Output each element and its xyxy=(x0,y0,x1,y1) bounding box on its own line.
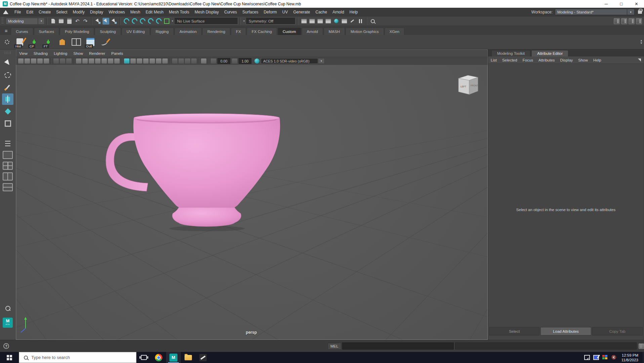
sidebar-tab-attribute-editor[interactable]: Attribute Editor xyxy=(531,50,568,56)
new-scene-icon[interactable] xyxy=(50,18,56,25)
symmetry-dropdown-icon[interactable]: ▾ xyxy=(243,19,245,23)
redo-icon[interactable] xyxy=(82,18,89,25)
use-default-material-icon[interactable] xyxy=(150,58,155,64)
image-plane-icon[interactable] xyxy=(44,58,49,64)
mel-toggle[interactable]: MEL xyxy=(328,343,341,350)
task-view-button[interactable] xyxy=(136,352,151,363)
outliner-pane-layout-button[interactable] xyxy=(3,183,13,191)
menu-surfaces[interactable]: Surfaces xyxy=(240,8,261,16)
rotate-tool-icon[interactable] xyxy=(2,106,13,117)
shelf-item-ft[interactable]: FT xyxy=(42,36,54,48)
shelf-tab-mash[interactable]: MASH xyxy=(324,28,345,35)
toggle-attribute-editor-icon[interactable] xyxy=(614,18,620,24)
shelf-item-outliner[interactable]: Outl xyxy=(84,36,97,48)
shadows-icon[interactable] xyxy=(178,58,184,64)
screen-space-ao-icon[interactable] xyxy=(185,58,190,64)
shelf-item-character[interactable] xyxy=(56,36,69,48)
lock-icon[interactable] xyxy=(638,10,642,14)
shelf-tab-curves[interactable]: Curves xyxy=(11,28,33,35)
shaded-icon[interactable] xyxy=(137,58,142,64)
menu-file[interactable]: File xyxy=(12,8,24,16)
color-management-icon[interactable] xyxy=(254,58,259,64)
film-gate-icon[interactable] xyxy=(82,58,88,64)
xray-icon[interactable] xyxy=(162,58,168,64)
shelf-item-panes[interactable] xyxy=(70,36,83,48)
coffee-cup-model[interactable] xyxy=(106,114,280,231)
maximize-button[interactable]: □ xyxy=(614,0,629,8)
gamma-field[interactable]: 1.00 xyxy=(239,58,251,64)
gamma-icon[interactable] xyxy=(232,58,237,64)
save-scene-icon[interactable] xyxy=(66,18,73,25)
snap-view-plane-icon[interactable] xyxy=(155,18,162,25)
viewport-menu-view[interactable]: View xyxy=(16,51,31,56)
menu-mesh-display[interactable]: Mesh Display xyxy=(192,8,222,16)
shelf-scroll-down-icon[interactable]: ▼ xyxy=(640,42,643,45)
close-button[interactable]: × xyxy=(629,0,644,8)
shelf-tab-motion-graphics[interactable]: Motion Graphics xyxy=(346,28,384,35)
shelf-item-history[interactable]: Hist xyxy=(13,36,26,48)
two-pane-layout-button[interactable] xyxy=(3,172,13,180)
universal-manip-tool[interactable] xyxy=(2,138,13,149)
toolbox-grip[interactable] xyxy=(5,51,11,54)
lighting-all-icon[interactable] xyxy=(172,58,177,64)
pinned-app-button[interactable] xyxy=(196,352,210,363)
shelf-item-cp[interactable]: CP xyxy=(28,36,40,48)
search-input[interactable] xyxy=(31,355,136,360)
select-camera-icon[interactable] xyxy=(18,58,24,64)
viewport-menu-lighting[interactable]: Lighting xyxy=(51,51,70,56)
command-result-field[interactable] xyxy=(455,342,637,350)
layout-search-button[interactable] xyxy=(2,302,13,314)
bookmarks-icon[interactable] xyxy=(37,58,43,64)
resolution-gate-icon[interactable] xyxy=(89,58,94,64)
menu-mode-select[interactable]: Modeling xyxy=(6,18,38,25)
isolate-select-icon[interactable] xyxy=(201,58,206,64)
menu-modify[interactable]: Modify xyxy=(70,8,87,16)
camera-attributes-icon[interactable] xyxy=(31,58,36,64)
wireframe-icon[interactable] xyxy=(130,58,136,64)
menu-cache[interactable]: Cache xyxy=(313,8,330,16)
menu-edit-mesh[interactable]: Edit Mesh xyxy=(143,8,166,16)
shelf-menu-icon[interactable]: ≡ xyxy=(5,28,7,34)
search-icon[interactable] xyxy=(369,18,376,25)
view-transform-dropdown-icon[interactable]: ▾ xyxy=(318,58,325,64)
undo-icon[interactable] xyxy=(74,18,81,25)
shelf-tab-custom[interactable]: Custom xyxy=(278,28,301,35)
snap-curve-icon[interactable] xyxy=(131,18,138,25)
sidebar-tab-modeling-toolkit[interactable]: Modeling Toolkit xyxy=(491,50,530,56)
tray-app-icon[interactable] xyxy=(584,355,590,360)
shelf-tab-animation[interactable]: Animation xyxy=(174,28,202,35)
safe-action-icon[interactable] xyxy=(108,58,113,64)
shelf-tab-poly-modeling[interactable]: Poly Modeling xyxy=(60,28,94,35)
lock-camera-icon[interactable] xyxy=(25,58,30,64)
viewport-canvas[interactable]: LEFT FRONT persp xyxy=(16,65,488,340)
shelf-tab-uv-editing[interactable]: UV Editing xyxy=(122,28,150,35)
menu-generate[interactable]: Generate xyxy=(290,8,313,16)
lasso-tool-icon[interactable] xyxy=(2,69,13,81)
paint-select-tool-icon[interactable] xyxy=(2,81,13,93)
snap-point-icon[interactable] xyxy=(139,18,146,25)
shelf-gear-icon[interactable] xyxy=(5,40,9,44)
symmetry-field[interactable]: Symmetry: Off xyxy=(246,18,295,25)
snap-together-icon[interactable] xyxy=(66,58,72,64)
open-scene-icon[interactable] xyxy=(58,18,65,25)
grid-display-icon[interactable] xyxy=(76,58,81,64)
wireframe-on-shaded-icon[interactable] xyxy=(156,58,161,64)
help-icon[interactable]: ? xyxy=(3,343,9,349)
shelf-tab-surfaces[interactable]: Surfaces xyxy=(34,28,59,35)
file-explorer-button[interactable] xyxy=(181,352,196,363)
menu-edit[interactable]: Edit xyxy=(24,8,36,16)
pin-icon[interactable] xyxy=(638,58,641,62)
mel-command-input[interactable] xyxy=(342,342,454,350)
statusline-grip[interactable] xyxy=(1,18,4,25)
ae-menu-list[interactable]: List xyxy=(488,57,499,63)
viewport-menu-show[interactable]: Show xyxy=(70,51,86,56)
snap-grid-icon[interactable] xyxy=(123,18,130,25)
render-view-icon[interactable] xyxy=(300,18,307,25)
viewport-menu-shading[interactable]: Shading xyxy=(31,51,51,56)
ae-menu-selected[interactable]: Selected xyxy=(499,57,520,63)
select-button[interactable]: Select xyxy=(489,327,539,335)
toggle-tool-settings-icon[interactable] xyxy=(621,18,627,24)
tray-pen-settings-icon[interactable] xyxy=(593,355,599,360)
toggle-channel-box-icon[interactable] xyxy=(629,18,635,24)
motion-blur-icon[interactable] xyxy=(191,58,197,64)
